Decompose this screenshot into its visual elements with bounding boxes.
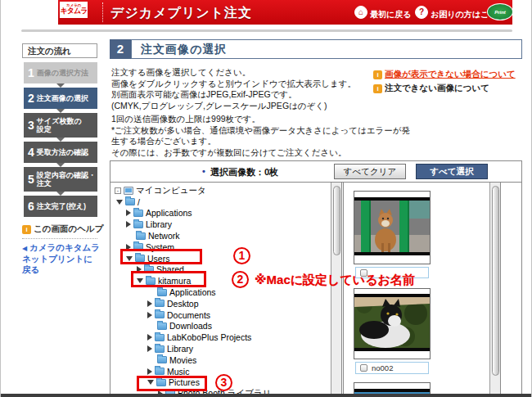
question-icon[interactable]: ? bbox=[415, 6, 428, 19]
tree-item--[interactable]: / bbox=[116, 196, 330, 208]
folder-icon bbox=[157, 356, 167, 363]
order-step-4: 4受取方法の確認 bbox=[24, 142, 97, 163]
photo-select-row-2[interactable]: no002 bbox=[355, 362, 429, 374]
section-title: 注文画像の選択 bbox=[141, 43, 227, 57]
panel-divider bbox=[343, 183, 344, 397]
computer-icon bbox=[124, 187, 133, 195]
tree-item-label: Downloads bbox=[169, 321, 212, 331]
tree-item-label: Documents bbox=[167, 310, 210, 320]
step-number: 5 bbox=[24, 173, 37, 186]
info-link-no-display[interactable]: i 画像が表示できない場合について bbox=[373, 69, 516, 80]
text-line: その際には、お手数ですが複数回に分けてご注文ください。 bbox=[111, 147, 410, 159]
step-number: 4 bbox=[24, 146, 37, 159]
tree-item-downloads[interactable]: Downloads bbox=[147, 321, 330, 332]
fujicolor-print-badge: Print bbox=[487, 3, 513, 20]
text-line: (CMYK,プログレッシブ,グレースケールJPEGはのぞく) bbox=[111, 101, 356, 112]
letterbox bbox=[354, 252, 430, 255]
text-line: 画像をダブルクリックすると別ウインドウで拡大表示します。 bbox=[111, 79, 356, 90]
tree-item-label: Movies bbox=[169, 355, 196, 365]
home-icon[interactable]: ⌂ bbox=[354, 6, 367, 19]
selected-count-value: 0枚 bbox=[264, 166, 278, 178]
annotation-circle-1: 1 bbox=[233, 247, 250, 264]
sidebar-divider bbox=[22, 238, 97, 239]
order-step-1: 1画像の選択方法 bbox=[24, 62, 97, 83]
annotation-circle-3: 3 bbox=[215, 374, 232, 391]
panel-divider bbox=[341, 183, 342, 397]
tree-item-label: マイコンピュータ bbox=[136, 185, 206, 196]
thumb-margin bbox=[354, 383, 430, 389]
info-icon: i bbox=[373, 84, 382, 93]
chevron-right-icon[interactable] bbox=[147, 334, 152, 341]
tree-item-movies[interactable]: Movies bbox=[147, 354, 330, 366]
photo-thumbnail-1[interactable] bbox=[354, 191, 431, 264]
tree-item-label: Library bbox=[146, 219, 172, 229]
photo-checkbox[interactable] bbox=[360, 364, 367, 372]
letterbox bbox=[354, 348, 430, 351]
home-link[interactable]: 最初に戻る bbox=[370, 9, 411, 20]
step-label: サイズ枚数の 設定 bbox=[37, 117, 82, 134]
count-bullet: • bbox=[202, 166, 205, 176]
chevron-right-icon[interactable] bbox=[147, 345, 152, 352]
select-all-button[interactable]: すべて選択 bbox=[416, 164, 488, 179]
images-scrollbar[interactable] bbox=[489, 183, 500, 397]
chevron-right-icon[interactable] bbox=[147, 368, 152, 375]
text-line: 注文する画像を選択してください。 bbox=[111, 67, 356, 79]
images-panel-border bbox=[500, 183, 501, 397]
tree-item-label: Desktop bbox=[167, 299, 199, 309]
logo-small-text: カメラの bbox=[61, 3, 87, 7]
order-step-3: 3サイズ枚数の 設定 bbox=[24, 113, 97, 138]
section-number: 2 bbox=[110, 39, 131, 59]
tree-item-library[interactable]: Library bbox=[126, 219, 330, 230]
info-link-cannot-order[interactable]: i 注文できない画像について bbox=[373, 83, 489, 94]
screen-help-link[interactable]: i この画面のヘルプ bbox=[22, 223, 103, 235]
step-number: 3 bbox=[24, 119, 37, 132]
tree-item--[interactable]: -マイコンピュータ bbox=[115, 185, 330, 196]
tree-item-labkoboplus-projects[interactable]: LabKoboPlus Projects bbox=[147, 332, 330, 343]
header-divider bbox=[102, 2, 103, 22]
chevron-right-icon[interactable] bbox=[147, 300, 152, 307]
folder-icon bbox=[136, 232, 146, 240]
tree-item-documents[interactable]: Documents bbox=[147, 309, 330, 321]
tree-item-desktop[interactable]: Desktop bbox=[147, 298, 330, 309]
order-step-5: 5設定内容の確認・ 注文 bbox=[24, 167, 97, 192]
tree-item-applications[interactable]: Applications bbox=[126, 208, 330, 219]
tree-item-label: Music bbox=[167, 367, 189, 377]
tree-scrollbar[interactable] bbox=[331, 183, 341, 397]
back-link-label: カメラのキタムラ ネットプリントに戻る bbox=[22, 242, 100, 274]
back-arrow-icon: ◀ bbox=[22, 245, 27, 252]
tree-item-label: / bbox=[138, 197, 140, 207]
selected-count-label: 選択画像数： bbox=[210, 166, 264, 178]
photo-thumbnail-2[interactable] bbox=[354, 288, 431, 359]
back-to-netprint-link[interactable]: ◀ カメラのキタムラ ネットプリントに戻る bbox=[22, 242, 101, 275]
tree-item-label: Network bbox=[148, 231, 180, 241]
tree-item-label: Applications bbox=[146, 208, 192, 218]
screen-help-label: この画面のヘルプ bbox=[34, 223, 103, 233]
tree-item-applications[interactable]: Applications bbox=[147, 286, 330, 298]
tree-item-library[interactable]: Library bbox=[147, 343, 330, 354]
note-text: 1回の送信画像数の上限は999枚です。*ご注文枚数が多い場合、通信環境や画像デー… bbox=[111, 114, 410, 158]
tree-item-network[interactable]: Network bbox=[126, 230, 330, 241]
step-number: 2 bbox=[24, 92, 37, 105]
folder-icon bbox=[155, 345, 165, 353]
header-shadow bbox=[21, 29, 512, 32]
chevron-right-icon[interactable] bbox=[126, 221, 131, 228]
expand-box-icon[interactable]: - bbox=[115, 187, 121, 194]
folder-icon bbox=[155, 334, 165, 341]
clear-all-button[interactable]: すべてクリア bbox=[334, 164, 406, 179]
step-label: 設定内容の確認・ 注文 bbox=[37, 171, 96, 188]
chevron-down-icon[interactable] bbox=[116, 200, 123, 205]
step-number: 6 bbox=[24, 200, 37, 213]
step-label: 注文完了(控え) bbox=[37, 202, 86, 211]
step-label: 注文画像の選択 bbox=[37, 94, 88, 103]
tree-item-label: Library bbox=[167, 344, 193, 354]
images-scrollbar-thumb[interactable] bbox=[492, 186, 499, 376]
annotation-box-pictures bbox=[137, 376, 207, 391]
annotation-circle-2: 2 bbox=[232, 271, 249, 288]
chevron-right-icon[interactable] bbox=[147, 312, 152, 318]
kitamura-logo: カメラの キタムラ bbox=[60, 2, 88, 20]
text-line: *ご注文枚数が多い場合、通信環境や画像データ大きさによってはエラーが発 bbox=[111, 125, 410, 137]
page: カメラの キタムラ デジカメプリント注文 ⌂ 最初に戻る ? お困りの方はこちら… bbox=[0, 0, 532, 397]
text-line: 生する場合がございます。 bbox=[111, 136, 410, 147]
chevron-right-icon[interactable] bbox=[126, 210, 131, 216]
tree-scrollbar-thumb[interactable] bbox=[333, 186, 340, 255]
